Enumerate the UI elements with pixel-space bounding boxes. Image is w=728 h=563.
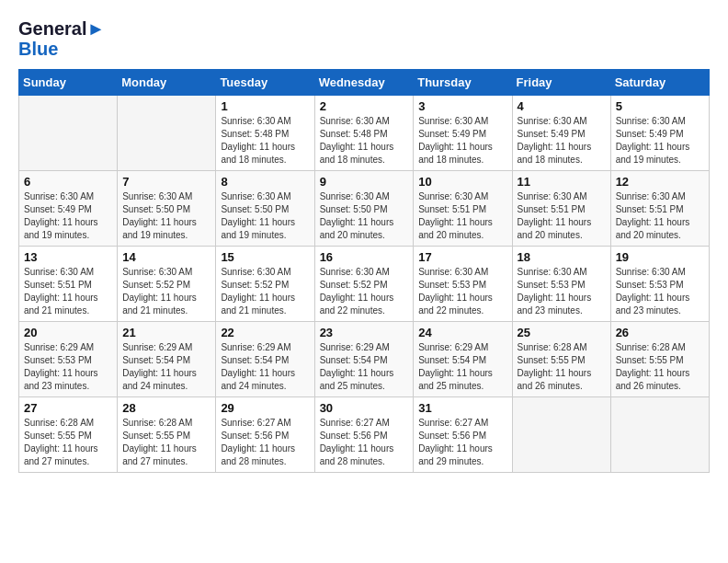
day-info: Sunrise: 6:30 AM Sunset: 5:49 PM Dayligh…: [616, 115, 704, 167]
day-info: Sunrise: 6:30 AM Sunset: 5:51 PM Dayligh…: [616, 190, 704, 242]
day-info: Sunrise: 6:27 AM Sunset: 5:56 PM Dayligh…: [221, 417, 309, 468]
calendar-week-4: 20Sunrise: 6:29 AM Sunset: 5:53 PM Dayli…: [19, 322, 710, 397]
day-info: Sunrise: 6:30 AM Sunset: 5:52 PM Dayligh…: [122, 266, 210, 317]
day-number: 23: [320, 326, 409, 339]
calendar-week-2: 6Sunrise: 6:30 AM Sunset: 5:49 PM Daylig…: [19, 171, 710, 247]
day-number: 9: [320, 175, 409, 189]
calendar-cell: 20Sunrise: 6:29 AM Sunset: 5:53 PM Dayli…: [19, 322, 118, 397]
day-info: Sunrise: 6:30 AM Sunset: 5:48 PM Dayligh…: [320, 115, 409, 167]
calendar-cell: 21Sunrise: 6:29 AM Sunset: 5:54 PM Dayli…: [118, 322, 216, 397]
calendar-table: SundayMondayTuesdayWednesdayThursdayFrid…: [18, 69, 710, 473]
day-info: Sunrise: 6:29 AM Sunset: 5:54 PM Dayligh…: [418, 341, 506, 393]
day-number: 26: [616, 326, 704, 339]
page-header: General► Blue: [18, 18, 710, 60]
day-info: Sunrise: 6:30 AM Sunset: 5:51 PM Dayligh…: [518, 190, 606, 242]
calendar-cell: 12Sunrise: 6:30 AM Sunset: 5:51 PM Dayli…: [610, 171, 709, 247]
calendar-header-thursday: Thursday: [414, 70, 512, 96]
day-number: 19: [616, 250, 704, 264]
day-number: 29: [221, 401, 309, 415]
calendar-header-sunday: Sunday: [19, 70, 118, 96]
calendar-cell: 29Sunrise: 6:27 AM Sunset: 5:56 PM Dayli…: [216, 397, 314, 473]
day-number: 20: [24, 326, 112, 339]
calendar-cell: 2Sunrise: 6:30 AM Sunset: 5:48 PM Daylig…: [314, 96, 414, 171]
calendar-header-tuesday: Tuesday: [216, 70, 314, 96]
day-info: Sunrise: 6:27 AM Sunset: 5:56 PM Dayligh…: [418, 417, 506, 468]
logo-text: General►: [18, 18, 105, 39]
calendar-cell: 7Sunrise: 6:30 AM Sunset: 5:50 PM Daylig…: [118, 171, 216, 247]
calendar-cell: 8Sunrise: 6:30 AM Sunset: 5:50 PM Daylig…: [216, 171, 314, 247]
day-info: Sunrise: 6:29 AM Sunset: 5:53 PM Dayligh…: [24, 341, 112, 393]
day-number: 27: [24, 401, 112, 415]
day-number: 30: [320, 401, 409, 415]
calendar-header-monday: Monday: [118, 70, 216, 96]
day-number: 17: [418, 250, 506, 264]
calendar-cell: 6Sunrise: 6:30 AM Sunset: 5:49 PM Daylig…: [19, 171, 118, 247]
day-number: 5: [616, 99, 704, 113]
day-info: Sunrise: 6:30 AM Sunset: 5:51 PM Dayligh…: [24, 266, 112, 317]
logo: General► Blue: [18, 18, 105, 60]
calendar-cell: [512, 397, 610, 473]
day-info: Sunrise: 6:30 AM Sunset: 5:49 PM Dayligh…: [418, 115, 506, 167]
calendar-cell: 30Sunrise: 6:27 AM Sunset: 5:56 PM Dayli…: [314, 397, 414, 473]
day-info: Sunrise: 6:30 AM Sunset: 5:50 PM Dayligh…: [320, 190, 409, 242]
day-number: 7: [122, 175, 210, 189]
calendar-cell: 5Sunrise: 6:30 AM Sunset: 5:49 PM Daylig…: [610, 96, 709, 171]
calendar-cell: [19, 96, 118, 171]
calendar-cell: 31Sunrise: 6:27 AM Sunset: 5:56 PM Dayli…: [414, 397, 512, 473]
calendar-cell: 25Sunrise: 6:28 AM Sunset: 5:55 PM Dayli…: [512, 322, 610, 397]
calendar-cell: 17Sunrise: 6:30 AM Sunset: 5:53 PM Dayli…: [414, 247, 512, 322]
day-number: 12: [616, 175, 704, 189]
day-info: Sunrise: 6:28 AM Sunset: 5:55 PM Dayligh…: [24, 417, 112, 468]
day-info: Sunrise: 6:27 AM Sunset: 5:56 PM Dayligh…: [320, 417, 409, 468]
calendar-cell: 4Sunrise: 6:30 AM Sunset: 5:49 PM Daylig…: [512, 96, 610, 171]
day-number: 2: [320, 99, 409, 113]
day-info: Sunrise: 6:29 AM Sunset: 5:54 PM Dayligh…: [320, 341, 409, 393]
day-info: Sunrise: 6:29 AM Sunset: 5:54 PM Dayligh…: [221, 341, 309, 393]
day-info: Sunrise: 6:28 AM Sunset: 5:55 PM Dayligh…: [616, 341, 704, 393]
calendar-cell: 16Sunrise: 6:30 AM Sunset: 5:52 PM Dayli…: [314, 247, 414, 322]
day-info: Sunrise: 6:30 AM Sunset: 5:53 PM Dayligh…: [616, 266, 704, 317]
calendar-header-row: SundayMondayTuesdayWednesdayThursdayFrid…: [19, 70, 710, 96]
calendar-cell: [118, 96, 216, 171]
calendar-header-wednesday: Wednesday: [314, 70, 414, 96]
day-info: Sunrise: 6:28 AM Sunset: 5:55 PM Dayligh…: [518, 341, 606, 393]
day-number: 11: [518, 175, 606, 189]
day-info: Sunrise: 6:30 AM Sunset: 5:51 PM Dayligh…: [418, 190, 506, 242]
calendar-cell: 3Sunrise: 6:30 AM Sunset: 5:49 PM Daylig…: [414, 96, 512, 171]
calendar-cell: 1Sunrise: 6:30 AM Sunset: 5:48 PM Daylig…: [216, 96, 314, 171]
logo-blue: Blue: [18, 39, 105, 60]
calendar-cell: 19Sunrise: 6:30 AM Sunset: 5:53 PM Dayli…: [610, 247, 709, 322]
calendar-header-saturday: Saturday: [610, 70, 709, 96]
calendar-cell: 27Sunrise: 6:28 AM Sunset: 5:55 PM Dayli…: [19, 397, 118, 473]
day-info: Sunrise: 6:30 AM Sunset: 5:49 PM Dayligh…: [518, 115, 606, 167]
day-info: Sunrise: 6:30 AM Sunset: 5:52 PM Dayligh…: [320, 266, 409, 317]
calendar-cell: [610, 397, 709, 473]
calendar-cell: 26Sunrise: 6:28 AM Sunset: 5:55 PM Dayli…: [610, 322, 709, 397]
calendar-cell: 24Sunrise: 6:29 AM Sunset: 5:54 PM Dayli…: [414, 322, 512, 397]
day-number: 3: [418, 99, 506, 113]
day-info: Sunrise: 6:30 AM Sunset: 5:53 PM Dayligh…: [518, 266, 606, 317]
day-info: Sunrise: 6:30 AM Sunset: 5:48 PM Dayligh…: [221, 115, 309, 167]
day-info: Sunrise: 6:30 AM Sunset: 5:49 PM Dayligh…: [24, 190, 112, 242]
day-number: 28: [122, 401, 210, 415]
day-number: 13: [24, 250, 112, 264]
day-info: Sunrise: 6:30 AM Sunset: 5:52 PM Dayligh…: [221, 266, 309, 317]
day-number: 31: [418, 401, 506, 415]
calendar-body: 1Sunrise: 6:30 AM Sunset: 5:48 PM Daylig…: [19, 96, 710, 473]
calendar-cell: 13Sunrise: 6:30 AM Sunset: 5:51 PM Dayli…: [19, 247, 118, 322]
calendar-week-1: 1Sunrise: 6:30 AM Sunset: 5:48 PM Daylig…: [19, 96, 710, 171]
calendar-cell: 14Sunrise: 6:30 AM Sunset: 5:52 PM Dayli…: [118, 247, 216, 322]
day-info: Sunrise: 6:28 AM Sunset: 5:55 PM Dayligh…: [122, 417, 210, 468]
day-number: 24: [418, 326, 506, 339]
day-number: 15: [221, 250, 309, 264]
calendar-cell: 28Sunrise: 6:28 AM Sunset: 5:55 PM Dayli…: [118, 397, 216, 473]
day-number: 16: [320, 250, 409, 264]
day-info: Sunrise: 6:29 AM Sunset: 5:54 PM Dayligh…: [122, 341, 210, 393]
day-number: 6: [24, 175, 112, 189]
day-number: 25: [518, 326, 606, 339]
day-info: Sunrise: 6:30 AM Sunset: 5:53 PM Dayligh…: [418, 266, 506, 317]
day-number: 14: [122, 250, 210, 264]
day-number: 8: [221, 175, 309, 189]
calendar-cell: 9Sunrise: 6:30 AM Sunset: 5:50 PM Daylig…: [314, 171, 414, 247]
calendar-week-5: 27Sunrise: 6:28 AM Sunset: 5:55 PM Dayli…: [19, 397, 710, 473]
